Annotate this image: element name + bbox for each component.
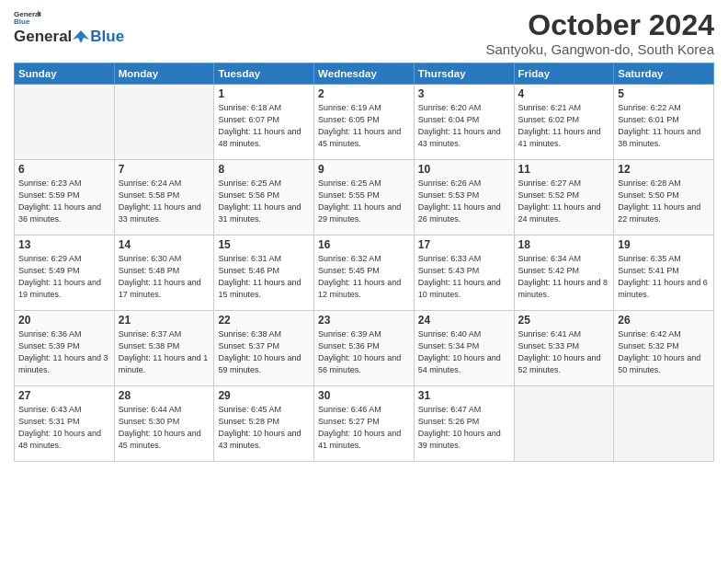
day-cell: 26Sunrise: 6:42 AM Sunset: 5:32 PM Dayli…: [614, 311, 714, 386]
day-cell: [15, 85, 115, 160]
logo: General Blue General Blue: [14, 9, 124, 46]
day-number: 31: [418, 389, 510, 402]
day-cell: 22Sunrise: 6:38 AM Sunset: 5:37 PM Dayli…: [214, 311, 314, 386]
day-cell: 31Sunrise: 6:47 AM Sunset: 5:26 PM Dayli…: [414, 386, 514, 462]
day-cell: 29Sunrise: 6:45 AM Sunset: 5:28 PM Dayli…: [214, 386, 314, 462]
col-header-sunday: Sunday: [15, 63, 115, 85]
day-number: 17: [418, 238, 510, 251]
day-number: 28: [119, 389, 210, 402]
day-cell: 28Sunrise: 6:44 AM Sunset: 5:30 PM Dayli…: [114, 386, 214, 462]
col-header-friday: Friday: [514, 63, 614, 85]
day-info: Sunrise: 6:23 AM Sunset: 5:59 PM Dayligh…: [18, 178, 110, 225]
day-info: Sunrise: 6:28 AM Sunset: 5:50 PM Dayligh…: [618, 178, 710, 225]
day-info: Sunrise: 6:38 AM Sunset: 5:37 PM Dayligh…: [218, 328, 310, 376]
day-number: 13: [18, 238, 110, 251]
header: General Blue General Blue October 2024 S…: [14, 9, 714, 57]
day-info: Sunrise: 6:41 AM Sunset: 5:33 PM Dayligh…: [518, 328, 610, 376]
day-cell: 5Sunrise: 6:22 AM Sunset: 6:01 PM Daylig…: [614, 85, 714, 160]
day-cell: 3Sunrise: 6:20 AM Sunset: 6:04 PM Daylig…: [414, 85, 514, 160]
day-info: Sunrise: 6:35 AM Sunset: 5:41 PM Dayligh…: [618, 253, 710, 301]
day-number: 16: [318, 238, 410, 251]
day-cell: 9Sunrise: 6:25 AM Sunset: 5:55 PM Daylig…: [314, 160, 415, 236]
day-cell: 4Sunrise: 6:21 AM Sunset: 6:02 PM Daylig…: [514, 85, 614, 160]
day-number: 7: [119, 163, 210, 176]
day-info: Sunrise: 6:25 AM Sunset: 5:55 PM Dayligh…: [318, 178, 410, 225]
day-cell: [514, 386, 614, 462]
day-cell: 24Sunrise: 6:40 AM Sunset: 5:34 PM Dayli…: [414, 311, 514, 386]
day-cell: 16Sunrise: 6:32 AM Sunset: 5:45 PM Dayli…: [314, 236, 415, 311]
day-number: 19: [618, 238, 710, 251]
day-info: Sunrise: 6:43 AM Sunset: 5:31 PM Dayligh…: [18, 404, 110, 452]
day-cell: 30Sunrise: 6:46 AM Sunset: 5:27 PM Dayli…: [314, 386, 415, 462]
day-cell: 1Sunrise: 6:18 AM Sunset: 6:07 PM Daylig…: [214, 85, 314, 160]
day-number: 6: [18, 163, 110, 176]
day-number: 11: [518, 163, 610, 176]
day-info: Sunrise: 6:37 AM Sunset: 5:38 PM Dayligh…: [119, 328, 210, 376]
day-info: Sunrise: 6:34 AM Sunset: 5:42 PM Dayligh…: [518, 253, 610, 301]
day-info: Sunrise: 6:27 AM Sunset: 5:52 PM Dayligh…: [518, 178, 610, 225]
day-number: 4: [518, 87, 610, 100]
day-cell: 8Sunrise: 6:25 AM Sunset: 5:56 PM Daylig…: [214, 160, 314, 236]
day-cell: 21Sunrise: 6:37 AM Sunset: 5:38 PM Dayli…: [114, 311, 214, 386]
location: Santyoku, Gangwon-do, South Korea: [486, 41, 715, 57]
day-info: Sunrise: 6:22 AM Sunset: 6:01 PM Dayligh…: [618, 102, 710, 150]
day-info: Sunrise: 6:44 AM Sunset: 5:30 PM Dayligh…: [119, 404, 210, 452]
day-info: Sunrise: 6:20 AM Sunset: 6:04 PM Dayligh…: [418, 102, 510, 150]
day-info: Sunrise: 6:30 AM Sunset: 5:48 PM Dayligh…: [119, 253, 210, 301]
day-cell: 17Sunrise: 6:33 AM Sunset: 5:43 PM Dayli…: [414, 236, 514, 311]
day-cell: 27Sunrise: 6:43 AM Sunset: 5:31 PM Dayli…: [15, 386, 115, 462]
logo-blue: Blue: [90, 28, 124, 46]
day-info: Sunrise: 6:19 AM Sunset: 6:05 PM Dayligh…: [318, 102, 410, 150]
day-number: 22: [218, 314, 310, 327]
day-number: 30: [318, 389, 410, 402]
logo-bird-icon: [73, 30, 89, 43]
day-number: 1: [218, 87, 310, 100]
day-info: Sunrise: 6:33 AM Sunset: 5:43 PM Dayligh…: [418, 253, 510, 301]
day-info: Sunrise: 6:39 AM Sunset: 5:36 PM Dayligh…: [318, 328, 410, 376]
day-cell: 13Sunrise: 6:29 AM Sunset: 5:49 PM Dayli…: [15, 236, 115, 311]
day-info: Sunrise: 6:32 AM Sunset: 5:45 PM Dayligh…: [318, 253, 410, 301]
day-info: Sunrise: 6:46 AM Sunset: 5:27 PM Dayligh…: [318, 404, 410, 452]
day-cell: 15Sunrise: 6:31 AM Sunset: 5:46 PM Dayli…: [214, 236, 314, 311]
day-number: 15: [218, 238, 310, 251]
day-info: Sunrise: 6:42 AM Sunset: 5:32 PM Dayligh…: [618, 328, 710, 376]
day-cell: 11Sunrise: 6:27 AM Sunset: 5:52 PM Dayli…: [514, 160, 614, 236]
week-row-1: 1Sunrise: 6:18 AM Sunset: 6:07 PM Daylig…: [15, 85, 714, 160]
day-number: 18: [518, 238, 610, 251]
title-block: October 2024 Santyoku, Gangwon-do, South…: [486, 9, 715, 57]
calendar-table: SundayMondayTuesdayWednesdayThursdayFrid…: [14, 63, 714, 462]
day-info: Sunrise: 6:18 AM Sunset: 6:07 PM Dayligh…: [218, 102, 310, 150]
day-info: Sunrise: 6:29 AM Sunset: 5:49 PM Dayligh…: [18, 253, 110, 301]
day-cell: 25Sunrise: 6:41 AM Sunset: 5:33 PM Dayli…: [514, 311, 614, 386]
day-number: 29: [218, 389, 310, 402]
col-header-wednesday: Wednesday: [314, 63, 415, 85]
day-cell: 12Sunrise: 6:28 AM Sunset: 5:50 PM Dayli…: [614, 160, 714, 236]
day-cell: 6Sunrise: 6:23 AM Sunset: 5:59 PM Daylig…: [15, 160, 115, 236]
day-number: 24: [418, 314, 510, 327]
day-cell: 10Sunrise: 6:26 AM Sunset: 5:53 PM Dayli…: [414, 160, 514, 236]
day-info: Sunrise: 6:47 AM Sunset: 5:26 PM Dayligh…: [418, 404, 510, 452]
day-info: Sunrise: 6:45 AM Sunset: 5:28 PM Dayligh…: [218, 404, 310, 452]
day-cell: [614, 386, 714, 462]
col-header-tuesday: Tuesday: [214, 63, 314, 85]
day-number: 23: [318, 314, 410, 327]
day-number: 8: [218, 163, 310, 176]
day-cell: [114, 85, 214, 160]
day-cell: 18Sunrise: 6:34 AM Sunset: 5:42 PM Dayli…: [514, 236, 614, 311]
week-row-4: 20Sunrise: 6:36 AM Sunset: 5:39 PM Dayli…: [15, 311, 714, 386]
day-info: Sunrise: 6:21 AM Sunset: 6:02 PM Dayligh…: [518, 102, 610, 150]
day-info: Sunrise: 6:36 AM Sunset: 5:39 PM Dayligh…: [18, 328, 110, 376]
day-number: 27: [18, 389, 110, 402]
logo-general: General: [14, 28, 72, 46]
header-row: SundayMondayTuesdayWednesdayThursdayFrid…: [15, 63, 714, 85]
svg-text:Blue: Blue: [14, 17, 30, 26]
day-number: 25: [518, 314, 610, 327]
day-info: Sunrise: 6:26 AM Sunset: 5:53 PM Dayligh…: [418, 178, 510, 225]
day-number: 21: [119, 314, 210, 327]
logo-icon: General Blue: [14, 9, 41, 26]
day-number: 3: [418, 87, 510, 100]
day-cell: 7Sunrise: 6:24 AM Sunset: 5:58 PM Daylig…: [114, 160, 214, 236]
day-info: Sunrise: 6:31 AM Sunset: 5:46 PM Dayligh…: [218, 253, 310, 301]
week-row-2: 6Sunrise: 6:23 AM Sunset: 5:59 PM Daylig…: [15, 160, 714, 236]
day-cell: 19Sunrise: 6:35 AM Sunset: 5:41 PM Dayli…: [614, 236, 714, 311]
